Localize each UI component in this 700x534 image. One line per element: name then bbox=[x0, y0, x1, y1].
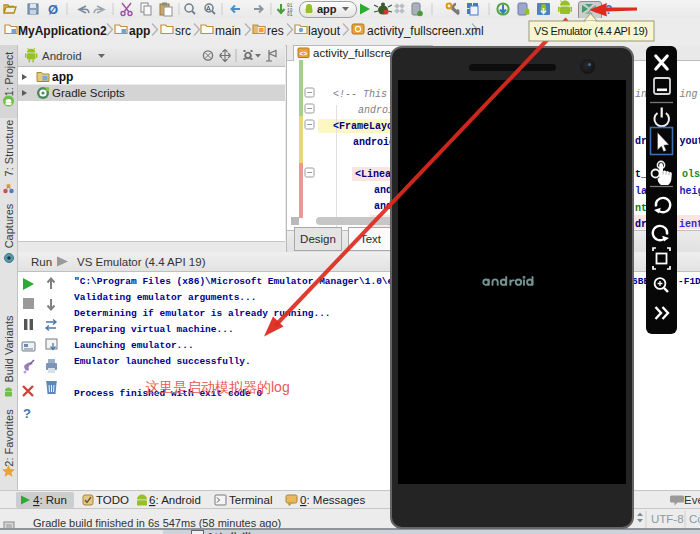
svg-text:Terminal: Terminal bbox=[229, 494, 272, 506]
svg-text:src: src bbox=[175, 24, 191, 38]
svg-text:0: Messages: 0: Messages bbox=[300, 494, 365, 506]
svg-text:4: Run: 4: Run bbox=[33, 494, 67, 506]
svg-text:VS Emulator (4.4 API 19): VS Emulator (4.4 API 19) bbox=[77, 256, 206, 268]
svg-text:Co: Co bbox=[689, 513, 700, 525]
svg-text:UTF-8: UTF-8 bbox=[651, 513, 684, 525]
svg-text:res: res bbox=[267, 24, 284, 38]
svg-text:Gradle build finished in 6s 54: Gradle build finished in 6s 547ms (58 mi… bbox=[33, 517, 281, 529]
svg-text:Eve: Eve bbox=[684, 494, 700, 506]
svg-text:?: ? bbox=[605, 3, 612, 17]
svg-text:MyApplication2: MyApplication2 bbox=[18, 24, 107, 38]
svg-text:activity_fullscreen.xml: activity_fullscreen.xml bbox=[367, 24, 484, 38]
svg-text:6: Android: 6: Android bbox=[149, 494, 201, 506]
svg-text:?: ? bbox=[23, 406, 31, 421]
svg-text:app: app bbox=[129, 24, 150, 38]
svg-text:layout: layout bbox=[308, 24, 341, 38]
svg-text:TODO: TODO bbox=[96, 494, 129, 506]
svg-text:<>: <> bbox=[300, 50, 308, 57]
svg-text:Run: Run bbox=[31, 256, 52, 268]
svg-text:Gradle Scripts: Gradle Scripts bbox=[52, 87, 125, 99]
svg-text:app: app bbox=[52, 70, 73, 84]
svg-text:main: main bbox=[215, 24, 241, 38]
svg-text:Android: Android bbox=[42, 50, 82, 62]
